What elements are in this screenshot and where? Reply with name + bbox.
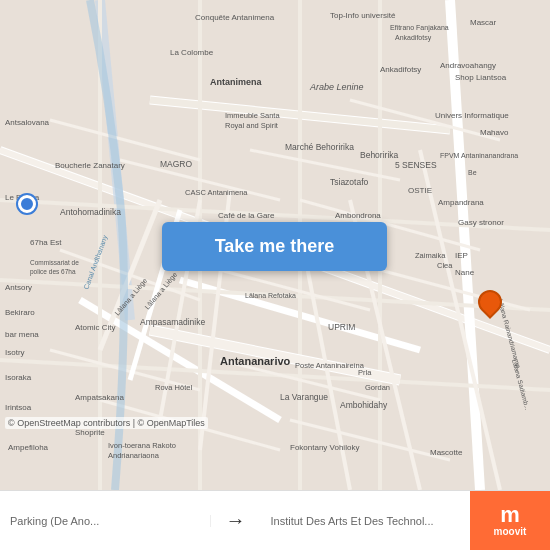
svg-text:IEP: IEP <box>455 251 468 260</box>
svg-text:Nane: Nane <box>455 268 475 277</box>
svg-text:Efitrano Fanjakana: Efitrano Fanjakana <box>390 24 449 32</box>
svg-text:Top-Info université: Top-Info université <box>330 11 396 20</box>
svg-text:Univers Informatique: Univers Informatique <box>435 111 509 120</box>
svg-text:UPRIM: UPRIM <box>328 322 355 332</box>
origin-marker <box>18 195 36 213</box>
svg-text:Tsiazotafo: Tsiazotafo <box>330 177 369 187</box>
origin-section[interactable]: Parking (De Ano... <box>0 515 211 527</box>
svg-text:Antohomadinika: Antohomadinika <box>60 207 121 217</box>
svg-text:Ivon-toerana Rakoto: Ivon-toerana Rakoto <box>108 441 176 450</box>
svg-text:La Colombe: La Colombe <box>170 48 214 57</box>
svg-text:FPVM Antaninanandrana: FPVM Antaninanandrana <box>440 152 518 159</box>
svg-text:Fokontany Vohiloky: Fokontany Vohiloky <box>290 443 359 452</box>
svg-text:Ampandrana: Ampandrana <box>438 198 484 207</box>
svg-text:Ankadifotsy: Ankadifotsy <box>380 65 421 74</box>
svg-text:Mascotte: Mascotte <box>430 448 463 457</box>
svg-text:Café de la Gare: Café de la Gare <box>218 211 275 220</box>
svg-text:Antananarivo: Antananarivo <box>220 355 291 367</box>
svg-text:bar mena: bar mena <box>5 330 39 339</box>
take-me-there-button[interactable]: Take me there <box>162 222 387 271</box>
svg-text:67ha Est: 67ha Est <box>30 238 62 247</box>
moovit-m-icon: m <box>500 504 520 526</box>
svg-text:Shop Liantsoa: Shop Liantsoa <box>455 73 507 82</box>
destination-label: Institut Des Arts Et Des Technol... <box>271 515 461 527</box>
svg-text:Rova Hôtel: Rova Hôtel <box>155 383 192 392</box>
svg-text:Ambohidahy: Ambohidahy <box>340 400 388 410</box>
svg-text:Mahavo: Mahavo <box>480 128 509 137</box>
svg-text:Be: Be <box>468 169 477 176</box>
svg-text:Behoririka: Behoririka <box>360 150 399 160</box>
svg-text:Mascar: Mascar <box>470 18 497 27</box>
svg-text:Marché Behoririka: Marché Behoririka <box>285 142 354 152</box>
svg-text:Poste Antaninaireina: Poste Antaninaireina <box>295 361 365 370</box>
destination-marker <box>478 290 502 322</box>
svg-text:Lâlana Refotaka: Lâlana Refotaka <box>245 292 296 299</box>
origin-label: Parking (De Ano... <box>10 515 200 527</box>
svg-text:Antsalovana: Antsalovana <box>5 118 50 127</box>
svg-text:police des 67ha: police des 67ha <box>30 268 76 276</box>
svg-text:Ambondrona: Ambondrona <box>335 211 381 220</box>
svg-text:Ampasamadinike: Ampasamadinike <box>140 317 205 327</box>
svg-text:Gasy stronor: Gasy stronor <box>458 218 504 227</box>
take-me-there-label: Take me there <box>215 236 335 257</box>
map-container: Conquête Antanimena Top-Info université … <box>0 0 550 490</box>
svg-text:Conquête Antanimena: Conquête Antanimena <box>195 13 275 22</box>
map-copyright: © OpenStreetMap contributors | © OpenMap… <box>5 417 208 429</box>
svg-text:Antanimena: Antanimena <box>210 77 263 87</box>
svg-text:Clea: Clea <box>437 261 453 270</box>
svg-text:Isoraka: Isoraka <box>5 373 32 382</box>
svg-text:Shoprite: Shoprite <box>75 428 105 437</box>
svg-text:MAGRO: MAGRO <box>160 159 193 169</box>
svg-text:5 SENSES: 5 SENSES <box>395 160 437 170</box>
svg-text:Arabe Lenine: Arabe Lenine <box>309 82 364 92</box>
svg-text:Commissariat de: Commissariat de <box>30 259 79 266</box>
svg-text:Bekiraro: Bekiraro <box>5 308 35 317</box>
svg-text:Antsory: Antsory <box>5 283 32 292</box>
destination-section[interactable]: Institut Des Arts Et Des Technol... <box>261 515 471 527</box>
svg-text:Andrianariaona: Andrianariaona <box>108 451 160 460</box>
moovit-logo-section[interactable]: m moovit <box>470 491 550 550</box>
svg-text:Boucherle Zanatary: Boucherle Zanatary <box>55 161 125 170</box>
svg-text:La Varangue: La Varangue <box>280 392 328 402</box>
svg-text:Ankadifotsy: Ankadifotsy <box>395 34 432 42</box>
route-arrow: → <box>211 509 261 532</box>
svg-text:Isotry: Isotry <box>5 348 25 357</box>
svg-text:Royal and Spirit: Royal and Spirit <box>225 121 279 130</box>
svg-text:Atomic City: Atomic City <box>75 323 115 332</box>
svg-text:OSTIE: OSTIE <box>408 186 432 195</box>
svg-text:Prla: Prla <box>358 368 372 377</box>
moovit-wordmark: moovit <box>494 526 527 537</box>
svg-text:CASC Antanimena: CASC Antanimena <box>185 188 248 197</box>
svg-text:Ampefiloha: Ampefiloha <box>8 443 49 452</box>
bottom-bar: Parking (De Ano... → Institut Des Arts E… <box>0 490 550 550</box>
arrow-icon: → <box>226 509 246 532</box>
svg-text:Ampatsakana: Ampatsakana <box>75 393 124 402</box>
svg-text:Immeuble Santa: Immeuble Santa <box>225 111 280 120</box>
svg-text:Zaimaika: Zaimaika <box>415 251 446 260</box>
svg-text:Andravoahangy: Andravoahangy <box>440 61 496 70</box>
svg-text:Gordan: Gordan <box>365 383 390 392</box>
svg-text:Irintsoa: Irintsoa <box>5 403 32 412</box>
